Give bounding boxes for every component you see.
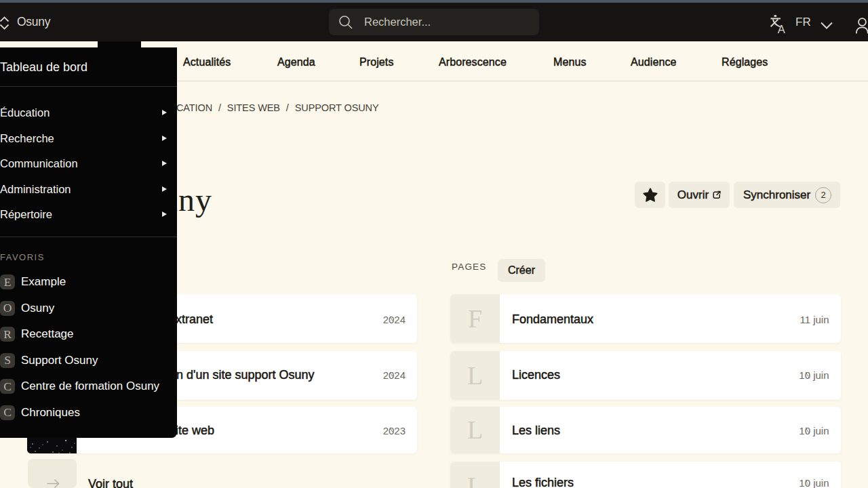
svg-text:A: A	[778, 23, 785, 34]
